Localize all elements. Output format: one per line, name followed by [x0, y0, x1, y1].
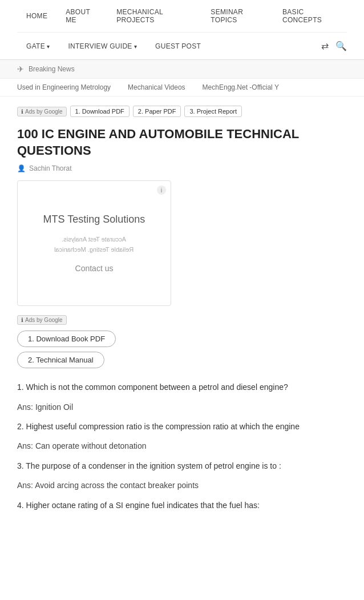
ads-info-icon: ℹ: [21, 108, 23, 115]
nav-row-2: GATE INTERVIEW GUIDE GUEST POST ⇄ 🔍: [17, 32, 347, 59]
ads-badge-1: ℹ Ads by Google: [17, 107, 67, 116]
ad-btn-project-report[interactable]: 3. Project Report: [184, 106, 242, 117]
download-book-pdf-btn[interactable]: 1. Download Book PDF: [17, 331, 116, 347]
ads-badge-label-1: Ads by Google: [25, 108, 63, 115]
ads-info-icon-2: ℹ: [21, 317, 23, 323]
technical-manual-btn[interactable]: 2. Technical Manual: [17, 352, 104, 368]
answer-3: Ans: Avoid arcing across the contact bre…: [17, 479, 347, 492]
ad-box-line2: Reliable Testing. Mechanical: [54, 245, 134, 255]
article-title: 100 IC ENGINE AND AUTOMOBILE TECHNICAL Q…: [17, 126, 347, 159]
ads-badge-2: ℹ Ads by Google: [17, 315, 67, 325]
ticker-item-1: Mechanical Videos: [128, 83, 185, 91]
answer-2: Ans: Can operate without detonation: [17, 440, 347, 452]
author-line: 👤 Sachin Thorat: [17, 164, 347, 172]
question-2: 2. Highest useful compression ratio is t…: [17, 420, 347, 433]
ticker-item-2: MechEngg.Net -Official Y: [203, 83, 279, 91]
nav-item-interview-guide[interactable]: INTERVIEW GUIDE: [59, 34, 146, 58]
ad-box-line1: Accurate Test Analysis.: [54, 235, 134, 245]
author-icon: 👤: [17, 164, 26, 172]
ad-btn-download-pdf[interactable]: 1. Download PDF: [70, 106, 130, 117]
question-1: 1. Which is not the common component bet…: [17, 381, 347, 393]
content-area: ℹ Ads by Google 1. Download PDF 2. Paper…: [0, 96, 364, 527]
author-name: Sachin Thorat: [29, 164, 72, 172]
ads-row-2: ℹ Ads by Google: [17, 315, 347, 325]
ad-box-company: MTS Testing Solutions: [43, 214, 145, 225]
nav-item-guest-post[interactable]: GUEST POST: [146, 34, 210, 58]
nav-item-seminar-topics[interactable]: SEMINAR TOPICS: [201, 0, 273, 32]
shuffle-icon[interactable]: ⇄: [321, 41, 329, 51]
question-3: 3. The purpose of a condenser in the ign…: [17, 460, 347, 472]
article-body: 1. Which is not the common component bet…: [17, 381, 347, 512]
search-icon[interactable]: 🔍: [335, 41, 347, 51]
nav-item-about-me[interactable]: ABOUT ME: [56, 0, 107, 32]
nav-item-mech-projects[interactable]: MECHANICAL PROJECTS: [107, 0, 201, 32]
question-4: 4. Higher octane rating of a SI engine f…: [17, 499, 347, 512]
ads-badge-label-2: Ads by Google: [25, 317, 63, 323]
ad-box: i MTS Testing Solutions Accurate Test An…: [17, 180, 171, 306]
nav-item-home[interactable]: HOME: [17, 4, 56, 28]
nav-row-1: HOME ABOUT ME MECHANICAL PROJECTS SEMINA…: [17, 0, 347, 32]
ad-btn-paper-pdf[interactable]: 2. Paper PDF: [133, 106, 181, 117]
ad-box-contact[interactable]: Contact us: [75, 264, 114, 273]
download-buttons: 1. Download Book PDF 2. Technical Manual: [17, 331, 347, 368]
breaking-news-label: Breaking News: [29, 65, 75, 73]
nav-item-basic-concepts[interactable]: BASIC CONCEPTS: [273, 0, 347, 32]
ticker-bar: Used in Engineering Metrology Mechanical…: [0, 79, 364, 96]
breaking-news-bar: ✈ Breaking News: [0, 60, 364, 79]
ticker-item-0: Used in Engineering Metrology: [17, 83, 111, 91]
nav-item-gate[interactable]: GATE: [17, 34, 59, 58]
breaking-news-icon: ✈: [17, 65, 24, 74]
ads-row-1: ℹ Ads by Google 1. Download PDF 2. Paper…: [17, 106, 347, 117]
nav-icon-group: ⇄ 🔍: [321, 33, 347, 59]
ad-box-lines: Accurate Test Analysis. Reliable Testing…: [54, 235, 134, 255]
answer-1: Ans: Ignition Oil: [17, 401, 347, 413]
ad-box-info-icon[interactable]: i: [157, 186, 166, 195]
